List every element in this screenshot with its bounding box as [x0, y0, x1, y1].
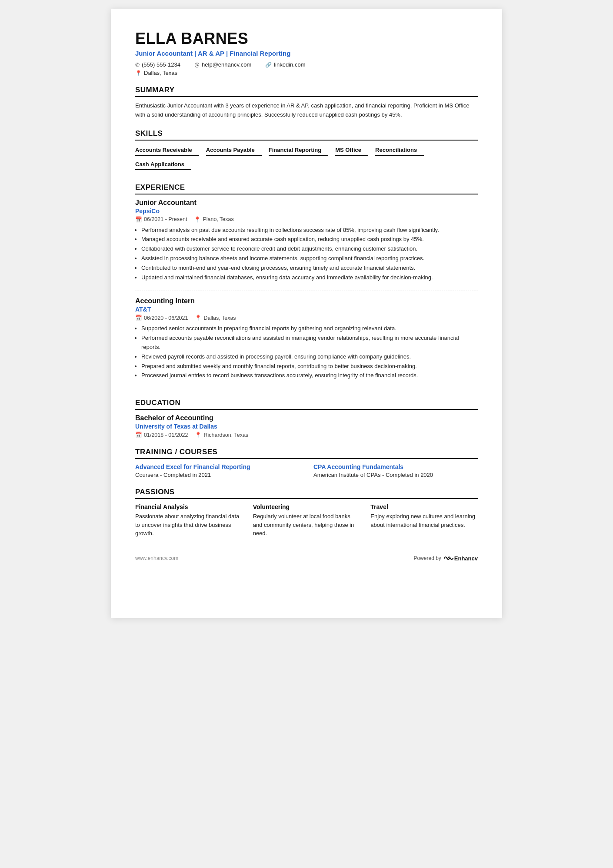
job-location: Dallas, Texas — [203, 315, 236, 321]
passion-title: Financial Analysis — [135, 503, 243, 510]
job-location: Plano, Texas — [203, 216, 233, 222]
bullet-item: Supported senior accountants in preparin… — [141, 324, 478, 333]
bullet-item: Performed accounts payable reconciliatio… — [141, 334, 478, 352]
summary-title: SUMMARY — [135, 86, 478, 97]
experience-title: EXPERIENCE — [135, 183, 478, 194]
candidate-title: Junior Accountant | AR & AP | Financial … — [135, 50, 478, 57]
job-location-item: 📍 Dallas, Texas — [195, 315, 236, 321]
training-title: TRAINING / COURSES — [135, 448, 478, 459]
job-title: Accounting Intern — [135, 297, 478, 305]
location-icon: 📍 — [194, 216, 201, 223]
enhancv-logo-svg — [444, 555, 453, 561]
bullet-item: Updated and maintained financial databas… — [141, 273, 478, 282]
linkedin-url: linkedin.com — [274, 61, 305, 68]
email-icon: @ — [194, 62, 200, 68]
passion-text: Enjoy exploring new cultures and learnin… — [370, 512, 478, 529]
edu-date-item: 📅 01/2018 - 01/2022 — [135, 432, 188, 438]
location-icon: 📍 — [135, 70, 142, 76]
job-location-item: 📍 Plano, Texas — [194, 216, 233, 223]
skill-item: Accounts Payable — [206, 145, 262, 156]
job-date-item: 📅 06/2021 - Present — [135, 216, 187, 223]
job-company: AT&T — [135, 306, 478, 313]
job-title: Junior Accountant — [135, 199, 478, 207]
training-item: Advanced Excel for Financial Reporting C… — [135, 463, 300, 478]
summary-text: Enthusiastic Junior Accountant with 3 ye… — [135, 101, 478, 120]
training-grid: Advanced Excel for Financial Reporting C… — [135, 463, 478, 478]
bullet-item: Performed analysis on past due accounts … — [141, 226, 478, 235]
email-address: help@enhancv.com — [202, 61, 251, 68]
experience-section: EXPERIENCE Junior AccountantPepsiCo 📅 06… — [135, 183, 478, 389]
passion-item: Travel Enjoy exploring new cultures and … — [370, 503, 478, 538]
edu-location: Richardson, Texas — [203, 432, 248, 438]
phone-icon: ✆ — [135, 62, 140, 68]
brand-name: Enhancv — [454, 555, 478, 562]
experience-container: Junior AccountantPepsiCo 📅 06/2021 - Pre… — [135, 199, 478, 389]
skills-section: SKILLS Accounts ReceivableAccounts Payab… — [135, 129, 478, 174]
edu-degree: Bachelor of Accounting — [135, 414, 478, 422]
training-name: CPA Accounting Fundamentals — [313, 463, 478, 470]
calendar-icon: 📅 — [135, 315, 142, 321]
passion-item: Volunteering Regularly volunteer at loca… — [253, 503, 360, 538]
edu-date: 01/2018 - 01/2022 — [144, 432, 188, 438]
link-icon: 🔗 — [265, 62, 272, 68]
job-date: 06/2021 - Present — [144, 216, 187, 222]
bullet-item: Prepared and submitted weekly and monthl… — [141, 362, 478, 371]
training-detail: American Institute of CPAs - Completed i… — [313, 472, 478, 478]
location-icon: 📍 — [195, 315, 202, 321]
summary-section: SUMMARY Enthusiastic Junior Accountant w… — [135, 86, 478, 120]
skill-item: Cash Applications — [135, 159, 191, 170]
candidate-name: ELLA BARNES — [135, 30, 478, 48]
bullet-item: Reviewed payroll records and assisted in… — [141, 352, 478, 362]
skills-title: SKILLS — [135, 129, 478, 141]
phone-number: (555) 555-1234 — [142, 61, 180, 68]
skill-item: MS Office — [335, 145, 368, 156]
location-text: Dallas, Texas — [144, 70, 177, 76]
job-meta: 📅 06/2021 - Present 📍 Plano, Texas — [135, 216, 478, 223]
edu-location-icon: 📍 — [195, 432, 202, 438]
bullet-item: Processed journal entries to record busi… — [141, 371, 478, 380]
footer-website: www.enhancv.com — [135, 555, 178, 561]
job-meta: 📅 06/2020 - 06/2021 📍 Dallas, Texas — [135, 315, 478, 321]
job-company: PepsiCo — [135, 208, 478, 214]
job-date-item: 📅 06/2020 - 06/2021 — [135, 315, 188, 321]
education-title: EDUCATION — [135, 399, 478, 410]
job-bullets: Performed analysis on past due accounts … — [135, 226, 478, 282]
edu-meta: 📅 01/2018 - 01/2022 📍 Richardson, Texas — [135, 432, 478, 438]
passion-title: Travel — [370, 503, 478, 510]
passion-title: Volunteering — [253, 503, 360, 510]
passion-item: Financial Analysis Passionate about anal… — [135, 503, 243, 538]
email-contact: @ help@enhancv.com — [194, 61, 251, 68]
experience-block: Accounting InternAT&T 📅 06/2020 - 06/202… — [135, 297, 478, 389]
location-row: 📍 Dallas, Texas — [135, 70, 478, 76]
education-section: EDUCATION Bachelor of Accounting Univers… — [135, 399, 478, 438]
skill-item: Accounts Receivable — [135, 145, 199, 156]
header: ELLA BARNES Junior Accountant | AR & AP … — [135, 30, 478, 76]
location-contact: 📍 Dallas, Texas — [135, 70, 177, 76]
calendar-icon: 📅 — [135, 216, 142, 223]
job-date: 06/2020 - 06/2021 — [144, 315, 188, 321]
bullet-item: Assisted in processing balance sheets an… — [141, 254, 478, 263]
skill-item: Financial Reporting — [269, 145, 328, 156]
phone-contact: ✆ (555) 555-1234 — [135, 61, 180, 68]
calendar-icon: 📅 — [135, 432, 142, 438]
passions-title: PASSIONS — [135, 488, 478, 499]
training-detail: Coursera - Completed in 2021 — [135, 472, 300, 478]
training-section: TRAINING / COURSES Advanced Excel for Fi… — [135, 448, 478, 478]
powered-by-text: Powered by — [413, 555, 441, 561]
linkedin-contact: 🔗 linkedin.com — [265, 61, 305, 68]
passion-text: Passionate about analyzing financial dat… — [135, 512, 243, 538]
contact-row: ✆ (555) 555-1234 @ help@enhancv.com 🔗 li… — [135, 61, 478, 68]
passions-grid: Financial Analysis Passionate about anal… — [135, 503, 478, 538]
resume-page: ELLA BARNES Junior Accountant | AR & AP … — [111, 9, 502, 618]
footer: www.enhancv.com Powered by Enhancv — [135, 555, 478, 562]
passions-section: PASSIONS Financial Analysis Passionate a… — [135, 488, 478, 538]
training-item: CPA Accounting Fundamentals American Ins… — [313, 463, 478, 478]
training-name: Advanced Excel for Financial Reporting — [135, 463, 300, 470]
bullet-item: Collaborated with customer service to re… — [141, 245, 478, 254]
enhancv-brand: Powered by Enhancv — [413, 555, 478, 562]
skill-item: Reconciliations — [375, 145, 424, 156]
skills-list: Accounts ReceivableAccounts PayableFinan… — [135, 145, 478, 174]
job-bullets: Supported senior accountants in preparin… — [135, 324, 478, 380]
edu-school: University of Texas at Dallas — [135, 423, 478, 430]
experience-block: Junior AccountantPepsiCo 📅 06/2021 - Pre… — [135, 199, 478, 292]
